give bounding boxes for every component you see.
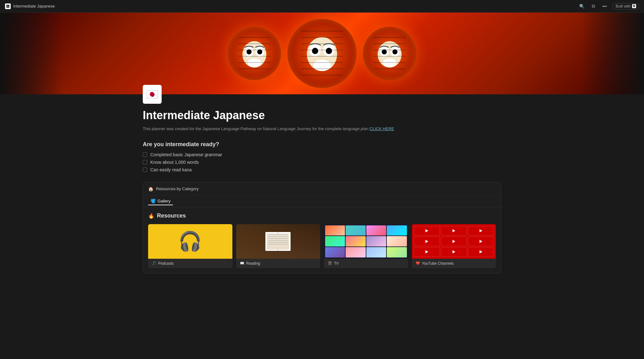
card-podcasts-label: 🎵 Podcasts (148, 259, 232, 268)
checkbox-1[interactable] (143, 152, 147, 157)
topbar: N Intermediate Japanese 🔍 ⧉ ••• Built wi… (0, 0, 644, 13)
svg-text:N: N (7, 5, 8, 7)
svg-point-19 (383, 58, 397, 67)
svg-point-9 (309, 43, 321, 57)
book-visual (265, 232, 291, 251)
database-panel: 🏠 Resources by Category 🪣 Gallery 🔥 Reso… (143, 182, 501, 273)
tv-thumb-1 (325, 225, 345, 236)
svg-point-7 (247, 58, 261, 67)
yt-thumb-7 (414, 247, 440, 257)
tv-label-text: TV (334, 261, 339, 266)
tv-thumb-10 (346, 247, 365, 257)
tv-thumb-9 (325, 247, 345, 257)
notion-logo: N (5, 3, 11, 9)
podcasts-label-icon: 🎵 (152, 261, 156, 265)
search-icon[interactable]: 🔍 (579, 3, 585, 9)
card-reading-image (236, 224, 320, 259)
tv-thumb-5 (325, 236, 345, 246)
lantern-right (363, 27, 416, 80)
checkbox-2[interactable] (143, 160, 147, 164)
svg-point-8 (307, 37, 337, 71)
youtube-thumbnail-grid (412, 224, 496, 259)
tv-label-icon: 🎬 (328, 261, 332, 265)
checkbox-3[interactable] (143, 168, 147, 172)
yt-thumb-6 (468, 236, 494, 246)
svg-point-5 (247, 49, 252, 54)
svg-point-3 (245, 46, 253, 57)
card-podcasts[interactable]: 🎧 🎵 Podcasts (148, 224, 232, 268)
headphones-icon: 🎧 (178, 230, 202, 252)
svg-point-2 (242, 41, 266, 68)
gallery-tab-icon: 🪣 (151, 199, 156, 203)
tv-thumb-4 (387, 225, 407, 236)
resources-heading-label: Resources (157, 213, 186, 219)
tv-thumb-6 (346, 236, 365, 246)
yt-thumb-3 (468, 226, 494, 236)
check-item-1: Completed basic Japanese grammar (143, 152, 501, 157)
svg-point-13 (313, 60, 331, 71)
notion-badge-icon: N (632, 4, 636, 8)
db-header-icon: 🏠 (148, 186, 153, 191)
svg-point-4 (255, 46, 264, 57)
main-content: 🇯🇵 Intermediate Japanese This planner wa… (118, 85, 526, 273)
play-icon-2 (452, 229, 455, 232)
tab-gallery[interactable]: 🪣 Gallery (148, 197, 173, 205)
hero-image (0, 13, 644, 94)
card-tv[interactable]: 🎬 TV (324, 224, 408, 268)
copy-icon[interactable]: ⧉ (590, 3, 597, 9)
hero-image-container (0, 13, 644, 94)
yt-thumb-2 (441, 226, 467, 236)
play-icon-8 (452, 250, 455, 253)
check-item-3: Can easily read kana (143, 167, 501, 172)
svg-point-17 (382, 49, 387, 54)
topbar-right: 🔍 ⧉ ••• Built with N (579, 3, 639, 9)
play-icon-5 (452, 240, 455, 243)
card-tv-label: 🎬 TV (324, 259, 408, 268)
yt-thumb-9 (468, 247, 494, 257)
built-with-label: Built with (616, 4, 631, 8)
resources-section: 🔥 Resources 🎧 🎵 Podcasts (143, 207, 501, 273)
topbar-left: N Intermediate Japanese (5, 3, 55, 9)
svg-point-10 (323, 43, 335, 57)
play-icon-9 (480, 250, 482, 253)
click-here-link[interactable]: CLICK HERE (369, 126, 394, 131)
card-reading[interactable]: 📖 Reading (236, 224, 320, 268)
gallery-tab-label: Gallery (158, 199, 170, 203)
reading-label-text: Reading (246, 261, 260, 266)
topbar-page-title: Intermediate Japanese (13, 4, 55, 8)
card-reading-label: 📖 Reading (236, 259, 320, 268)
more-icon[interactable]: ••• (602, 3, 608, 9)
svg-point-11 (312, 48, 318, 54)
yt-thumb-8 (441, 247, 467, 257)
lantern-left (228, 27, 281, 80)
card-youtube-image (412, 224, 496, 259)
db-view-tabs: 🪣 Gallery (143, 196, 501, 207)
db-header: 🏠 Resources by Category (143, 183, 501, 196)
check-label-1: Completed basic Japanese grammar (150, 152, 222, 157)
svg-point-6 (257, 49, 262, 54)
play-icon-3 (480, 229, 482, 232)
podcasts-label-text: Podcasts (158, 261, 174, 266)
svg-point-14 (378, 41, 402, 68)
check-item-2: Know about 1,000 words (143, 160, 501, 165)
yt-thumb-4 (414, 236, 440, 246)
card-youtube[interactable]: ❤️ YouTube Channels (412, 224, 496, 268)
page-description: This planner was created for the Japanes… (143, 126, 501, 132)
page-title: Intermediate Japanese (143, 109, 501, 122)
svg-point-15 (380, 46, 389, 57)
check-label-3: Can easily read kana (150, 167, 192, 172)
resources-heading: 🔥 Resources (148, 213, 496, 219)
lantern-center (287, 19, 357, 88)
tv-thumb-3 (366, 225, 386, 236)
built-with-badge: Built with N (613, 3, 639, 9)
flag-icon: 🇯🇵 (146, 88, 158, 100)
resources-heading-icon: 🔥 (148, 213, 154, 219)
tv-thumb-11 (366, 247, 386, 257)
tv-thumbnail-grid (324, 224, 408, 259)
check-label-2: Know about 1,000 words (150, 160, 199, 165)
play-icon-6 (480, 240, 482, 243)
db-header-title: Resources by Category (156, 186, 199, 191)
svg-point-16 (391, 46, 399, 57)
play-icon-1 (425, 229, 428, 232)
lantern-decoration (0, 13, 644, 94)
